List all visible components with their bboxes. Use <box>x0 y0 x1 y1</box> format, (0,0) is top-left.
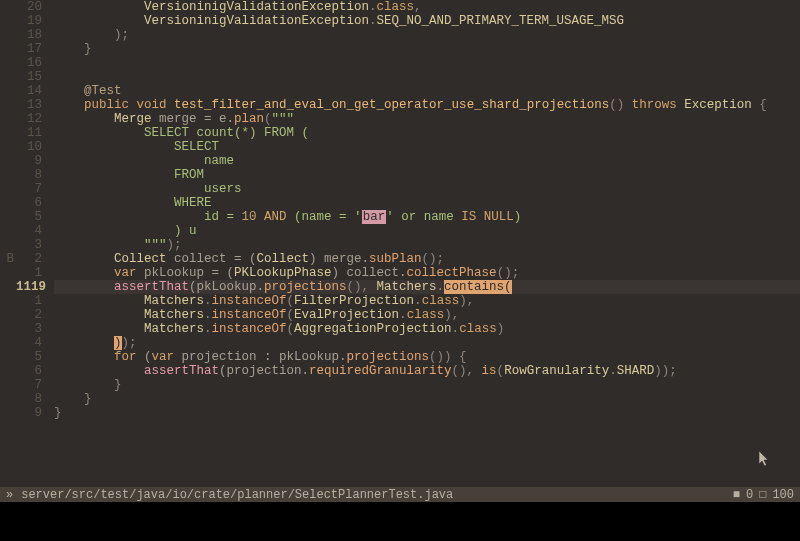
code-line[interactable]: FROM <box>54 168 800 182</box>
gutter-line-number: 15 <box>16 70 42 84</box>
code-line[interactable]: assertThat(projection.requiredGranularit… <box>54 364 800 378</box>
command-line-area[interactable] <box>0 502 800 541</box>
gutter-line-number: 7 <box>16 378 42 392</box>
gutter-mark <box>0 406 14 420</box>
code-line[interactable]: public void test_filter_and_eval_on_get_… <box>54 98 800 112</box>
code-line[interactable]: id = 10 AND (name = 'bar' or name IS NUL… <box>54 210 800 224</box>
code-line[interactable]: VersioninigValidationException.SEQ_NO_AN… <box>54 14 800 28</box>
gutter-line-number: 10 <box>16 140 42 154</box>
statusbar-prefix: » <box>6 488 13 502</box>
code-line[interactable]: users <box>54 182 800 196</box>
code-line[interactable]: Matchers.instanceOf(FilterProjection.cla… <box>54 294 800 308</box>
gutter-line-number: 9 <box>16 154 42 168</box>
code-line[interactable]: """); <box>54 238 800 252</box>
gutter-line-number: 7 <box>16 182 42 196</box>
gutter-line-number: 2 <box>16 252 42 266</box>
gutter-line-number: 5 <box>16 210 42 224</box>
code-line[interactable]: Matchers.instanceOf(AggregationProjectio… <box>54 322 800 336</box>
code-line[interactable]: ) u <box>54 224 800 238</box>
gutter-mark <box>0 378 14 392</box>
code-line[interactable]: WHERE <box>54 196 800 210</box>
gutter-mark <box>0 28 14 42</box>
code-line[interactable]: @Test <box>54 84 800 98</box>
code-editor[interactable]: B201918171615141312111098765432111191234… <box>0 0 800 440</box>
gutter-mark <box>0 42 14 56</box>
gutter-mark <box>0 168 14 182</box>
gutter-line-number: 4 <box>16 336 42 350</box>
code-line[interactable]: for (var projection : pkLookup.projectio… <box>54 350 800 364</box>
gutter-line-number: 13 <box>16 98 42 112</box>
code-line[interactable] <box>54 56 800 70</box>
code-line[interactable]: VersioninigValidationException.class, <box>54 0 800 14</box>
gutter-mark <box>0 0 14 14</box>
gutter-line-number: 1119 <box>16 280 42 294</box>
gutter-mark <box>0 14 14 28</box>
statusbar-file-path: server/src/test/java/io/crate/planner/Se… <box>21 488 453 502</box>
gutter-mark <box>0 98 14 112</box>
code-line[interactable]: assertThat(pkLookup.projections(), Match… <box>54 280 800 294</box>
gutter-mark <box>0 266 14 280</box>
gutter-mark <box>0 224 14 238</box>
gutter-mark <box>0 140 14 154</box>
gutter-mark <box>0 294 14 308</box>
gutter-mark <box>0 308 14 322</box>
gutter-line-number: 20 <box>16 0 42 14</box>
code-line[interactable]: Collect collect = (Collect) merge.subPla… <box>54 252 800 266</box>
code-line[interactable]: SELECT <box>54 140 800 154</box>
gutter-line-number: 8 <box>16 392 42 406</box>
gutter-line-number: 9 <box>16 406 42 420</box>
code-line[interactable]: name <box>54 154 800 168</box>
gutter-mark <box>0 280 14 294</box>
gutter-line-number: 11 <box>16 126 42 140</box>
code-line[interactable]: var pkLookup = (PKLookupPhase) collect.c… <box>54 266 800 280</box>
gutter-mark <box>0 56 14 70</box>
code-line[interactable]: } <box>54 378 800 392</box>
code-line[interactable]: SELECT count(*) FROM ( <box>54 126 800 140</box>
diag-warn-icon: □ <box>759 488 766 502</box>
gutter-line-number: 6 <box>16 196 42 210</box>
gutter-mark <box>0 196 14 210</box>
diag-warn-count: 100 <box>772 488 794 502</box>
gutter-mark <box>0 84 14 98</box>
status-bar: » server/src/test/java/io/crate/planner/… <box>0 487 800 502</box>
gutter-mark <box>0 112 14 126</box>
gutter-mark <box>0 392 14 406</box>
gutter-line-number: 4 <box>16 224 42 238</box>
gutter-mark <box>0 70 14 84</box>
gutter-line-number: 3 <box>16 238 42 252</box>
gutter-mark <box>0 364 14 378</box>
code-line[interactable]: } <box>54 392 800 406</box>
gutter-line-number: 1 <box>16 294 42 308</box>
gutter-line-number: 19 <box>16 14 42 28</box>
mouse-cursor-icon <box>758 450 770 468</box>
code-line[interactable]: )); <box>54 336 800 350</box>
gutter-line-number: 3 <box>16 322 42 336</box>
diag-error-icon: ■ <box>733 488 740 502</box>
code-line[interactable]: Merge merge = e.plan(""" <box>54 112 800 126</box>
gutter-mark <box>0 210 14 224</box>
gutter-line-number: 18 <box>16 28 42 42</box>
gutter-mark <box>0 154 14 168</box>
diag-error-count: 0 <box>746 488 753 502</box>
gutter-mark <box>0 350 14 364</box>
gutter-line-number: 1 <box>16 266 42 280</box>
gutter-line-number: 16 <box>16 56 42 70</box>
gutter-mark <box>0 336 14 350</box>
gutter-line-number: 17 <box>16 42 42 56</box>
gutter-line-number: 5 <box>16 350 42 364</box>
code-line[interactable] <box>54 70 800 84</box>
gutter-mark: B <box>0 252 14 266</box>
gutter-line-number: 14 <box>16 84 42 98</box>
code-line[interactable]: ); <box>54 28 800 42</box>
gutter-line-number: 8 <box>16 168 42 182</box>
gutter-mark <box>0 238 14 252</box>
gutter-mark <box>0 182 14 196</box>
code-line[interactable]: } <box>54 406 800 420</box>
gutter-line-number: 12 <box>16 112 42 126</box>
gutter-mark <box>0 322 14 336</box>
code-line[interactable]: } <box>54 42 800 56</box>
gutter-line-number: 6 <box>16 364 42 378</box>
gutter-line-number: 2 <box>16 308 42 322</box>
code-line[interactable]: Matchers.instanceOf(EvalProjection.class… <box>54 308 800 322</box>
gutter-mark <box>0 126 14 140</box>
